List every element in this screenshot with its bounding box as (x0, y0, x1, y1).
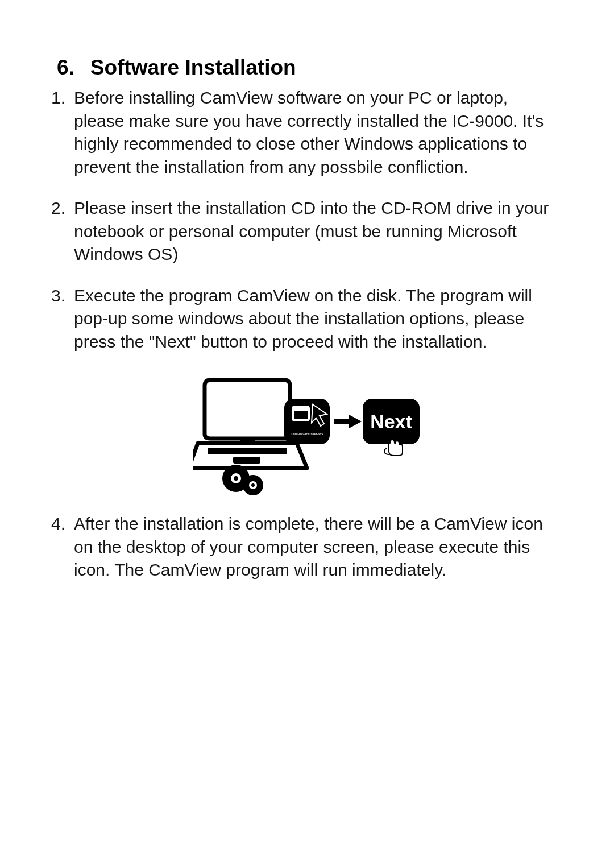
list-item-text: Before installing CamView software on yo… (74, 86, 563, 179)
list-item: 3. Execute the program CamView on the di… (51, 284, 563, 354)
next-button-label: Next (370, 411, 412, 432)
installer-window-icon: CamViewInstaller-xxx (284, 399, 330, 444)
list-item: 1. Before installing CamView software on… (51, 86, 563, 179)
list-item: 2. Please insert the installation CD int… (51, 197, 563, 266)
svg-rect-1 (208, 448, 287, 454)
list-item-text: Execute the program CamView on the disk.… (74, 284, 563, 354)
list-item-number: 2. (51, 197, 74, 266)
list-item-text: Please insert the installation CD into t… (74, 197, 563, 266)
svg-point-8 (251, 483, 255, 487)
svg-point-5 (234, 476, 238, 481)
arrow-right-icon (334, 415, 362, 428)
illustration-container: CamViewInstaller-xxx Next (51, 371, 563, 497)
installer-label: CamViewInstaller-xxx (291, 432, 323, 436)
list-item-number: 1. (51, 86, 74, 179)
list-item-number: 4. (51, 512, 74, 582)
installation-illustration: CamViewInstaller-xxx Next (193, 371, 421, 497)
list-item: 4. After the installation is complete, t… (51, 512, 563, 582)
next-button-icon: Next (363, 399, 420, 456)
svg-rect-2 (233, 457, 260, 464)
list-item-number: 3. (51, 284, 74, 354)
svg-rect-0 (240, 437, 255, 441)
heading-number: 6. (57, 56, 74, 80)
svg-rect-11 (293, 407, 309, 411)
list-item-text: After the installation is complete, ther… (74, 512, 563, 582)
section-heading: 6. Software Installation (57, 56, 563, 80)
svg-marker-13 (349, 415, 362, 428)
heading-title: Software Installation (90, 56, 296, 80)
